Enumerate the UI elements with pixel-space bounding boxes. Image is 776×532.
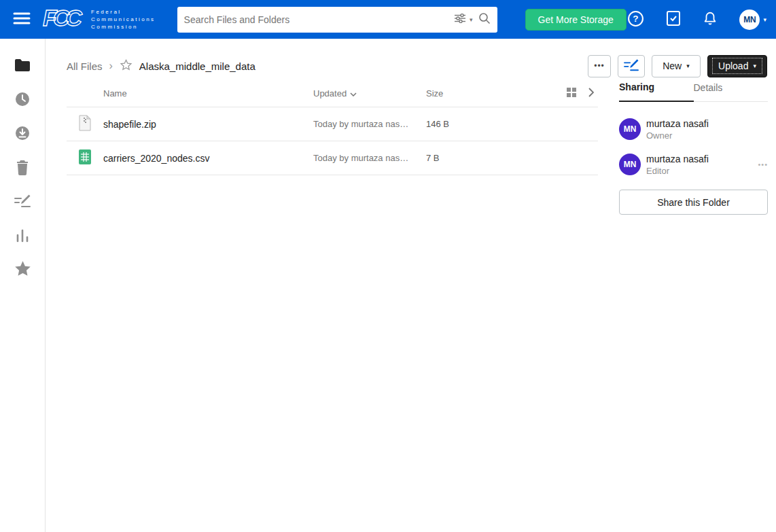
tab-details[interactable]: Details <box>694 82 769 101</box>
sidebar-item-insights[interactable] <box>15 228 30 244</box>
breadcrumb: All Files › Alaska_middle_mile_data <box>67 58 255 73</box>
sidebar-item-all-files[interactable] <box>14 58 31 74</box>
sign-icon <box>14 194 31 211</box>
sidebar-item-recents[interactable] <box>14 92 31 108</box>
favorite-star-icon[interactable] <box>120 58 133 73</box>
help-button[interactable]: ? <box>627 10 644 29</box>
panel-tabs: Sharing Details <box>619 82 768 102</box>
new-caret-icon: ▾ <box>686 63 690 69</box>
column-header-updated[interactable]: Updated <box>313 88 426 99</box>
collaborator-name: murtaza nasafi <box>646 154 709 164</box>
tab-sharing[interactable]: Sharing <box>619 82 694 102</box>
new-button[interactable]: New ▾ <box>652 55 701 77</box>
main-content: All Files › Alaska_middle_mile_data ••• … <box>46 39 776 532</box>
clock-icon <box>14 91 31 109</box>
clipboard-check-icon <box>666 10 681 29</box>
folder-title: Alaska_middle_mile_data <box>139 60 255 72</box>
column-header-name[interactable]: Name <box>67 88 313 99</box>
account-caret-icon: ▾ <box>763 16 766 23</box>
account-menu[interactable]: MN ▾ <box>739 10 766 30</box>
avatar: MN <box>619 154 641 175</box>
collaborator-list: MN murtaza nasafi Owner MN murtaza nasaf… <box>619 102 768 182</box>
zip-file-icon <box>78 115 92 133</box>
sidebar-item-trash[interactable] <box>16 160 29 176</box>
search-icon[interactable] <box>478 12 491 27</box>
sidebar-item-favorites[interactable] <box>14 262 32 278</box>
breadcrumb-all-files[interactable]: All Files <box>67 60 103 72</box>
grid-view-icon[interactable] <box>567 88 576 99</box>
file-updated: Today by murtaza nas… <box>313 119 426 129</box>
table-row[interactable]: carriers_2020_nodes.csv Today by murtaza… <box>67 141 598 175</box>
get-more-storage-button[interactable]: Get More Storage <box>525 9 627 31</box>
fcc-mark-icon: FCC <box>42 5 84 35</box>
updated-header-label: Updated <box>313 88 347 99</box>
topbar: FCC Federal Communications Commission ▾ <box>0 0 776 39</box>
hamburger-menu-button[interactable] <box>10 7 34 32</box>
breadcrumb-separator-icon: › <box>109 60 113 72</box>
tasks-button[interactable] <box>666 10 681 29</box>
notifications-button[interactable] <box>703 10 718 29</box>
file-table: Name Updated Size <box>67 80 598 175</box>
folder-icon <box>14 58 31 74</box>
trash-icon <box>16 159 29 177</box>
star-icon <box>14 260 32 280</box>
left-sidebar <box>0 39 46 532</box>
collaborator-name: murtaza nasafi <box>646 118 709 129</box>
collaborator-role: Editor <box>646 166 709 176</box>
fcc-wordmark: Federal Communications Commission <box>91 8 156 31</box>
column-header-size[interactable]: Size <box>426 88 567 99</box>
file-name: carriers_2020_nodes.csv <box>103 153 209 164</box>
list-item[interactable]: MN murtaza nasafi Owner <box>619 111 768 147</box>
sidebar-item-offline[interactable] <box>14 126 31 142</box>
collaborator-options-button[interactable]: ••• <box>758 160 768 169</box>
fcc-logo[interactable]: FCC Federal Communications Commission <box>42 5 156 35</box>
upload-caret-icon: ▾ <box>753 63 756 69</box>
question-mark-icon: ? <box>627 10 644 29</box>
folder-toolbar: ••• New ▾ Upload ▾ <box>588 55 767 77</box>
sign-blue-icon <box>623 58 639 74</box>
file-size: 146 B <box>426 119 598 129</box>
svg-text:?: ? <box>633 14 639 24</box>
new-button-label: New <box>663 60 682 71</box>
collaborator-role: Owner <box>646 130 709 141</box>
user-avatar: MN <box>739 10 760 30</box>
share-folder-button[interactable]: Share this Folder <box>619 190 768 215</box>
view-controls <box>567 88 598 99</box>
hamburger-icon <box>13 12 31 27</box>
file-size: 7 B <box>426 153 598 163</box>
file-name: shapefile.zip <box>103 119 156 130</box>
bar-chart-icon <box>15 228 30 245</box>
topbar-actions: ? MN ▾ <box>627 10 766 30</box>
bell-icon <box>703 10 718 29</box>
list-item[interactable]: MN murtaza nasafi Editor ••• <box>619 147 768 182</box>
sort-caret-icon <box>350 88 357 99</box>
search-filter-caret-icon[interactable]: ▾ <box>470 16 473 23</box>
more-options-button[interactable]: ••• <box>588 55 611 77</box>
svg-text:FCC: FCC <box>43 5 82 31</box>
sign-request-button[interactable] <box>618 55 645 77</box>
filter-icon[interactable] <box>455 14 465 26</box>
table-row[interactable]: shapefile.zip Today by murtaza nas… 146 … <box>67 107 598 141</box>
collapse-panel-chevron-icon[interactable] <box>588 88 594 99</box>
search-box: ▾ <box>177 7 497 33</box>
upload-button[interactable]: Upload ▾ <box>707 55 767 77</box>
upload-button-label: Upload <box>718 60 748 71</box>
sidebar-item-sign[interactable] <box>14 194 31 210</box>
content-header: All Files › Alaska_middle_mile_data ••• … <box>67 54 767 78</box>
csv-file-icon <box>78 149 92 167</box>
sharing-panel: Sharing Details MN murtaza nasafi Owner … <box>619 82 768 215</box>
app-window: FCC Federal Communications Commission ▾ <box>0 0 776 532</box>
download-circle-icon <box>14 125 31 143</box>
avatar: MN <box>619 118 641 140</box>
table-header: Name Updated Size <box>67 80 598 107</box>
file-updated: Today by murtaza nas… <box>313 153 426 163</box>
search-input[interactable] <box>184 14 455 25</box>
